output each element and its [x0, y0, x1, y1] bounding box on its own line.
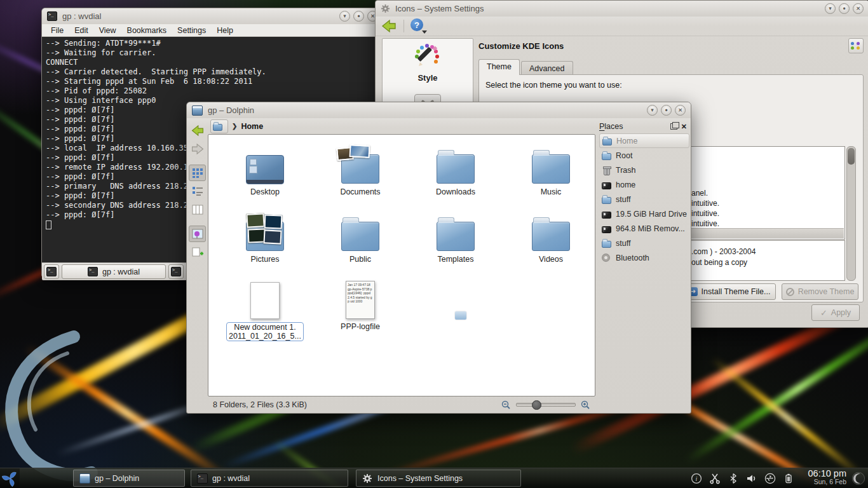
- places-item-home[interactable]: home: [599, 177, 689, 192]
- file-blank-icon: [250, 282, 280, 319]
- places-item-trash[interactable]: Trash: [599, 163, 689, 177]
- minimize-button[interactable]: [647, 105, 658, 116]
- scrollbar-thumb[interactable]: [848, 148, 855, 165]
- places-item-19-5-gib-hard-drive[interactable]: 19.5 GiB Hard Drive: [599, 207, 689, 221]
- terminal-titlebar[interactable]: gp : wvdial: [42, 8, 383, 24]
- dolphin-toolbar: [187, 118, 208, 413]
- file-label: Videos: [539, 255, 563, 264]
- close-panel-icon[interactable]: ✕: [681, 123, 687, 130]
- new-tab-button[interactable]: [44, 264, 59, 279]
- details-view-button[interactable]: [189, 183, 206, 200]
- menu-bookmarks[interactable]: Bookmarks: [127, 26, 167, 35]
- apply-row: ✓ Apply: [811, 304, 860, 321]
- system-tray: i: [690, 468, 795, 488]
- file-item-new-document-1[interactable]: New document 1.2011_01_20_16_5...: [217, 278, 313, 341]
- back-button[interactable]: [189, 122, 206, 139]
- wallpaper-streak: [710, 356, 864, 478]
- split-view-button[interactable]: [189, 244, 206, 261]
- zoom-in-icon[interactable]: [581, 400, 590, 410]
- dot-icon: [857, 42, 860, 45]
- places-item-stuff[interactable]: stuff: [599, 236, 689, 250]
- digital-clock[interactable]: 06:10 pm Sun, 6 Feb: [808, 469, 846, 485]
- tab-theme[interactable]: Theme: [478, 59, 520, 75]
- folder-view[interactable]: DesktopDocumentsDownloadsMusicPicturesPu…: [208, 134, 595, 396]
- terminal-line: --> Sending: ATDT*99***1#: [46, 39, 379, 48]
- places-item-964-8-mib-remov[interactable]: 964.8 MiB Remov...: [599, 221, 689, 236]
- back-icon[interactable]: [381, 19, 397, 33]
- file-label: Downloads: [436, 187, 475, 196]
- gear-icon: [601, 253, 612, 263]
- file-item-documents[interactable]: Documents: [313, 144, 408, 211]
- tab-list-button[interactable]: [168, 264, 184, 279]
- preview-button[interactable]: [189, 226, 206, 242]
- minimize-button[interactable]: [825, 3, 836, 14]
- desktop: gp : wvdial FileEditViewBookmarksSetting…: [0, 0, 868, 488]
- zoom-slider[interactable]: [516, 403, 576, 407]
- theme-list-scrollbar[interactable]: [846, 146, 856, 281]
- terminal-line: --> Waiting for carrier.: [46, 48, 379, 58]
- bluetooth-icon[interactable]: [727, 472, 740, 485]
- sidebar-item-style[interactable]: Style: [413, 43, 442, 83]
- overview-button[interactable]: [848, 38, 864, 53]
- dolphin-titlebar[interactable]: gp – Dolphin: [187, 102, 691, 118]
- terminal-tab-label: gp : wvdial: [102, 268, 140, 276]
- file-item-videos[interactable]: Videos: [503, 211, 595, 278]
- file-item-downloads[interactable]: Downloads: [408, 144, 503, 211]
- file-item-ppp-logfile[interactable]: Jan 17 09:47:18 gp-Aspire-5738 pppd[1946…: [313, 278, 408, 341]
- photo-thumbnail-icon: [264, 215, 283, 229]
- menu-view[interactable]: View: [99, 26, 116, 35]
- help-button[interactable]: ?: [410, 18, 426, 34]
- klipper-icon[interactable]: [709, 472, 721, 485]
- task-gp-wvdial[interactable]: gp : wvdial: [191, 470, 348, 487]
- places-item-home[interactable]: Home: [599, 133, 689, 148]
- close-button[interactable]: [675, 105, 686, 116]
- places-item-root[interactable]: Root: [599, 148, 689, 163]
- places-item-stuff[interactable]: stuff: [599, 192, 689, 207]
- breadcrumb-home[interactable]: Home: [241, 122, 263, 131]
- help-icon: ?: [410, 18, 423, 31]
- apply-button[interactable]: ✓ Apply: [811, 304, 860, 321]
- maximize-button[interactable]: [661, 105, 672, 116]
- file-item-music[interactable]: Music: [503, 144, 595, 211]
- maximize-button[interactable]: [353, 11, 364, 22]
- theme-description-fragment: .com ) - 2003-2004: [691, 247, 756, 256]
- breadcrumb-home-button[interactable]: [210, 119, 228, 133]
- remove-button-label: Remove Theme: [798, 287, 855, 296]
- places-item-bluetooth[interactable]: Bluetooth: [599, 250, 689, 265]
- task-gp-dolphin[interactable]: gp – Dolphin: [73, 470, 185, 487]
- menu-edit[interactable]: Edit: [74, 26, 88, 35]
- remove-theme-button[interactable]: Remove Theme: [782, 283, 858, 300]
- install-theme-button[interactable]: ➜ Install Theme File...: [683, 283, 776, 300]
- dolphin-statusbar: 8 Folders, 2 Files (3.3 KiB): [208, 396, 595, 413]
- terminal-tab[interactable]: gp : wvdial: [62, 264, 166, 279]
- device-notifier-icon[interactable]: [764, 472, 776, 485]
- menu-file[interactable]: File: [51, 26, 64, 35]
- panel-toolbox-cashew-icon[interactable]: [850, 470, 867, 487]
- zoom-slider-handle[interactable]: [532, 400, 541, 410]
- zoom-out-icon[interactable]: [501, 400, 511, 410]
- maximize-button[interactable]: [839, 3, 850, 14]
- file-item-desktop[interactable]: Desktop: [217, 144, 313, 211]
- file-item-templates[interactable]: Templates: [408, 211, 503, 278]
- task-icons-system-settings[interactable]: Icons – System Settings: [356, 470, 521, 487]
- minimize-button[interactable]: [339, 11, 350, 22]
- volume-icon[interactable]: [745, 472, 758, 485]
- places-item-label: Trash: [616, 166, 636, 175]
- terminal-icon: [171, 267, 181, 276]
- menu-help[interactable]: Help: [217, 26, 233, 35]
- menu-settings[interactable]: Settings: [177, 26, 206, 35]
- apply-button-label: Apply: [831, 308, 851, 317]
- file-item-pictures[interactable]: Pictures: [217, 211, 313, 278]
- float-panel-icon[interactable]: [670, 123, 677, 130]
- file-item-public[interactable]: Public: [313, 211, 408, 278]
- battery-icon[interactable]: [782, 472, 795, 485]
- tab-advanced[interactable]: Advanced: [521, 61, 573, 75]
- info-icon[interactable]: i: [690, 472, 703, 485]
- forward-button[interactable]: [189, 140, 206, 157]
- app-launcher-button[interactable]: [0, 468, 20, 488]
- close-button[interactable]: [853, 3, 864, 14]
- folder-icon: [532, 222, 570, 251]
- settings-titlebar[interactable]: Icons – System Settings: [376, 1, 868, 17]
- columns-view-button[interactable]: [189, 201, 206, 218]
- icons-view-button[interactable]: [189, 165, 206, 181]
